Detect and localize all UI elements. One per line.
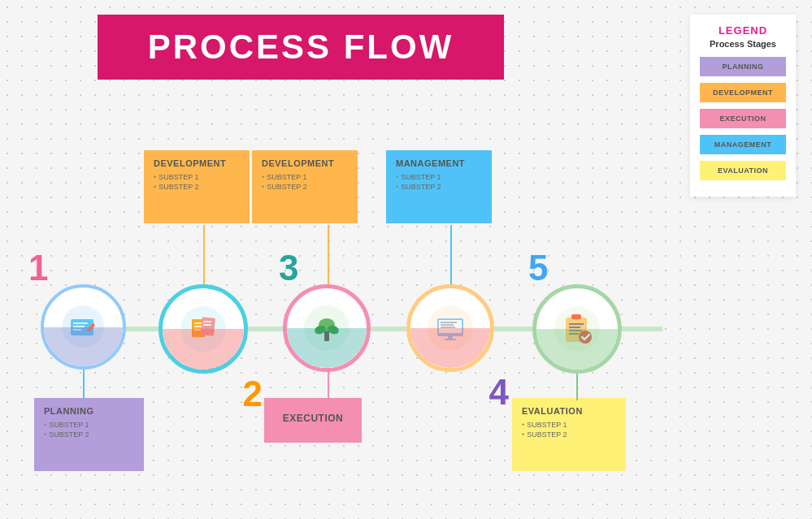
box-planning: PLANNING SUBSTEP 1 SUBSTEP 2: [34, 398, 144, 471]
stage-number-1: 1: [28, 248, 48, 288]
box-eval-step1: SUBSTEP 1: [522, 421, 616, 429]
stage-number-3: 3: [279, 248, 298, 288]
legend-item-development: DEVELOPMENT: [700, 83, 786, 102]
svg-rect-9: [194, 326, 202, 327]
box-eval-title: EVALUATION: [522, 406, 616, 416]
connector-2: [203, 225, 205, 288]
stage-circle-5: [532, 284, 622, 374]
box-plan-step1: SUBSTEP 1: [44, 421, 134, 429]
legend-item-management: MANAGEMENT: [700, 135, 786, 154]
stage-circle-4: [406, 284, 494, 372]
box-dev1-step2: SUBSTEP 2: [154, 183, 240, 191]
box-mgmt-step2: SUBSTEP 2: [396, 183, 482, 191]
legend-item-execution: EXECUTION: [700, 109, 786, 128]
connector-1: [83, 367, 85, 401]
stage-number-2: 2: [243, 374, 263, 414]
stage-node-5: 5: [532, 284, 622, 374]
connector-4: [450, 225, 452, 288]
legend-subtitle: Process Stages: [700, 39, 786, 49]
svg-rect-29: [571, 314, 581, 319]
page-wrapper: PROCESS FLOW DEVELOPMENT SUBSTEP 1 SUBST…: [0, 0, 812, 519]
box-mgmt-step1: SUBSTEP 1: [396, 173, 482, 181]
legend-box-execution: EXECUTION: [700, 109, 786, 128]
svg-rect-23: [441, 324, 454, 326]
box-development-2: DEVELOPMENT SUBSTEP 1 SUBSTEP 2: [252, 150, 358, 223]
stage-node-4: 4: [406, 284, 494, 372]
connector-5: [328, 368, 329, 400]
box-dev2-title: DEVELOPMENT: [262, 158, 348, 168]
svg-rect-2: [73, 322, 88, 324]
page-title: PROCESS FLOW: [148, 28, 454, 67]
box-plan-step2: SUBSTEP 2: [44, 430, 134, 439]
connector-3: [328, 225, 329, 288]
legend-box-development: DEVELOPMENT: [700, 83, 786, 102]
legend-box-management: MANAGEMENT: [700, 135, 786, 154]
stage-circle-3: [283, 284, 371, 372]
title-banner: PROCESS FLOW: [98, 15, 504, 80]
box-evaluation: EVALUATION SUBSTEP 1 SUBSTEP 2: [512, 398, 626, 471]
stage-number-5: 5: [528, 248, 548, 288]
box-dev2-step2: SUBSTEP 2: [262, 183, 348, 191]
box-exec-title: EXECUTION: [283, 413, 344, 424]
stage-node-2: 2: [158, 284, 248, 374]
stage-circle-2: [158, 284, 248, 374]
box-dev1-step1: SUBSTEP 1: [154, 173, 240, 181]
legend-item-evaluation: EVALUATION: [700, 161, 786, 180]
stage-number-4: 4: [489, 372, 509, 413]
svg-rect-31: [569, 327, 580, 328]
legend-box-planning: PLANNING: [700, 57, 786, 76]
legend-panel: LEGEND Process Stages PLANNING DEVELOPME…: [690, 15, 796, 197]
box-mgmt-title: MANAGEMENT: [396, 158, 482, 168]
svg-rect-22: [441, 322, 457, 323]
svg-rect-13: [203, 324, 211, 326]
legend-item-planning: PLANNING: [700, 57, 786, 76]
connector-6: [576, 370, 578, 400]
box-eval-step2: SUBSTEP 2: [522, 430, 616, 439]
legend-box-evaluation: EVALUATION: [700, 161, 786, 180]
legend-title: LEGEND: [700, 24, 786, 37]
stage-node-3: 3: [283, 284, 371, 372]
svg-rect-30: [569, 323, 584, 325]
box-dev2-step1: SUBSTEP 1: [262, 173, 348, 181]
svg-rect-8: [194, 322, 202, 324]
stage-circle-1: [41, 284, 126, 370]
box-plan-title: PLANNING: [44, 406, 134, 416]
box-management: MANAGEMENT SUBSTEP 1 SUBSTEP 2: [386, 150, 492, 223]
box-development-1: DEVELOPMENT SUBSTEP 1 SUBSTEP 2: [144, 150, 250, 223]
box-execution: EXECUTION: [264, 398, 362, 443]
svg-rect-12: [203, 321, 211, 322]
stage-node-1: 1: [41, 284, 126, 370]
box-dev1-title: DEVELOPMENT: [154, 158, 240, 168]
